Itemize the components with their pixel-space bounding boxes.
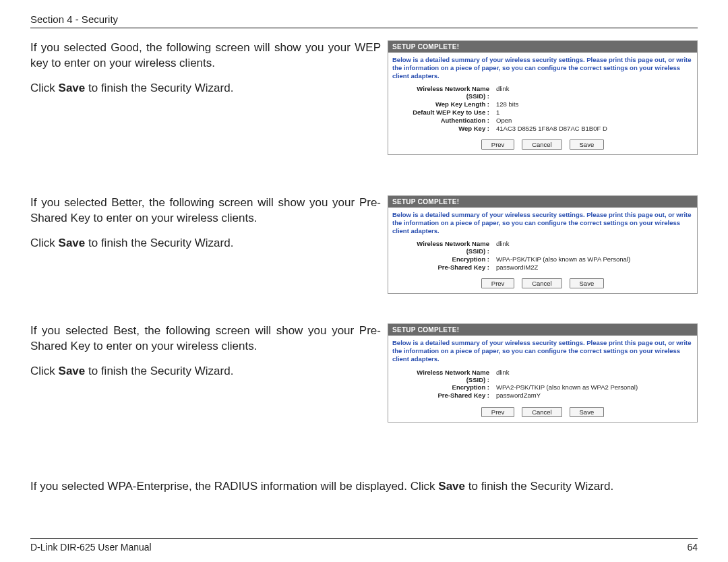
footer-left: D-Link DIR-625 User Manual [30,542,152,553]
panel-title: SETUP COMPLETE! [388,196,697,208]
label-encryption: Encryption : [388,256,493,263]
row-better: If you selected Better, the following sc… [30,195,698,294]
label-wep-index: Default WEP Key to Use : [388,109,493,117]
cancel-button[interactable]: Cancel [522,407,562,417]
panel-title: SETUP COMPLETE! [388,41,697,53]
cancel-button[interactable]: Cancel [522,139,562,150]
label-ssid: Wireless Network Name (SSID) : [388,86,493,100]
label-encryption: Encryption : [388,384,493,392]
value-wep-key: 41AC3 D8525 1F8A8 D87AC B1B0F D [493,125,697,133]
label-wep-length: Wep Key Length : [388,101,493,108]
wpa-enterprise-note: If you selected WPA-Enterprise, the RADI… [30,480,698,493]
panel-desc: Below is a detailed summary of your wire… [388,53,697,84]
instr-better: If you selected Better, the following sc… [30,195,381,261]
good-p1: If you selected Good, the following scre… [30,40,381,71]
best-p2: Click Save to finish the Security Wizard… [30,364,381,379]
value-wep-index: 1 [493,109,697,117]
instr-good: If you selected Good, the following scre… [30,40,381,106]
page-footer: D-Link DIR-625 User Manual 64 [30,538,698,553]
value-encryption: WPA2-PSK/TKIP (also known as WPA2 Person… [493,384,697,392]
panel-container-good: SETUP COMPLETE! Below is a detailed summ… [388,40,698,155]
better-p2: Click Save to finish the Security Wizard… [30,236,381,251]
row-best: If you selected Best, the following scre… [30,323,698,422]
value-psk: passwordZamY [493,392,697,400]
panel-title: SETUP COMPLETE! [388,324,697,336]
save-button[interactable]: Save [570,139,605,150]
value-auth: Open [493,117,697,125]
value-ssid: dlink [493,241,697,255]
page-number: 64 [687,542,698,553]
prev-button[interactable]: Prev [481,407,515,417]
save-button[interactable]: Save [570,407,605,417]
label-psk: Pre-Shared Key : [388,264,493,272]
prev-button[interactable]: Prev [481,278,515,288]
label-ssid: Wireless Network Name (SSID) : [388,241,493,255]
panel-container-better: SETUP COMPLETE! Below is a detailed summ… [388,195,698,294]
row-good: If you selected Good, the following scre… [30,40,698,155]
instr-best: If you selected Best, the following scre… [30,323,381,389]
section-header: Section 4 - Security [30,13,698,25]
value-ssid: dlink [493,369,697,384]
value-ssid: dlink [493,86,697,100]
label-psk: Pre-Shared Key : [388,392,493,400]
value-encryption: WPA-PSK/TKIP (also known as WPA Personal… [493,256,697,263]
label-ssid: Wireless Network Name (SSID) : [388,369,493,384]
panel-desc: Below is a detailed summary of your wire… [388,336,697,367]
save-button[interactable]: Save [570,278,605,288]
prev-button[interactable]: Prev [481,139,515,150]
panel-container-best: SETUP COMPLETE! Below is a detailed summ… [388,323,698,422]
panel-good: SETUP COMPLETE! Below is a detailed summ… [388,40,698,155]
value-wep-length: 128 bits [493,101,697,108]
label-wep-key: Wep Key : [388,125,493,133]
best-p1: If you selected Best, the following scre… [30,323,381,354]
cancel-button[interactable]: Cancel [522,278,562,288]
panel-better: SETUP COMPLETE! Below is a detailed summ… [388,195,698,294]
label-auth: Authentication : [388,117,493,125]
panel-best: SETUP COMPLETE! Below is a detailed summ… [388,323,698,422]
value-psk: passwordIM2Z [493,264,697,272]
panel-desc: Below is a detailed summary of your wire… [388,208,697,239]
better-p1: If you selected Better, the following sc… [30,195,381,226]
good-p2: Click Save to finish the Security Wizard… [30,81,381,96]
